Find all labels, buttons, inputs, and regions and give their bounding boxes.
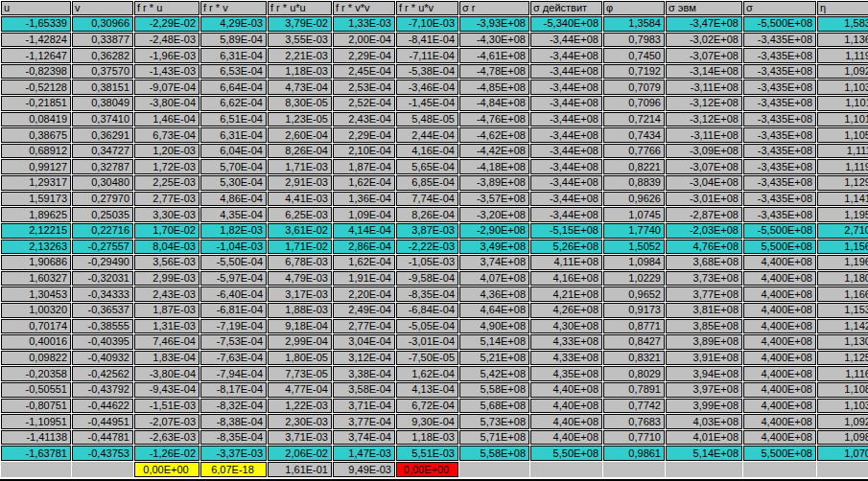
cell[interactable]: 7,73E-05 [268,366,332,381]
cell[interactable]: 3,38E-04 [333,366,395,381]
cell[interactable]: -9,07E-04 [134,80,199,95]
cell[interactable]: -0,80751 [1,399,71,414]
cell[interactable]: -4,84E+08 [459,96,529,111]
cell[interactable]: 2,91E-03 [268,175,332,191]
cell[interactable]: 5,70E-04 [200,159,267,174]
cell[interactable]: 2,60E-04 [268,127,332,143]
cell[interactable]: 0,7983 [603,33,665,48]
highlighted-cell[interactable]: 1,47E-03 [333,446,395,461]
cell[interactable]: 1,1539 [817,303,868,318]
highlighted-cell[interactable]: 0,9861 [603,446,665,461]
cell[interactable]: 4,73E-04 [268,80,332,95]
cell[interactable]: 5,71E+08 [459,430,529,446]
cell[interactable]: 0,70174 [1,319,71,334]
cell[interactable]: 4,13E-04 [396,382,458,398]
cell[interactable]: -0,21851 [1,96,71,111]
cell[interactable]: -3,02E+08 [666,33,742,48]
cell[interactable]: -4,42E+08 [459,144,529,159]
cell[interactable]: 2,10E-04 [333,144,395,159]
cell[interactable]: 1,00320 [1,303,71,318]
column-header[interactable]: f r * u*v [396,1,458,15]
cell[interactable]: -3,435E+08 [743,207,816,222]
cell[interactable]: -3,44E+08 [530,112,602,127]
highlighted-cell[interactable]: 1,71E-02 [268,240,332,255]
highlighted-cell[interactable]: 1,5052 [603,240,665,255]
cell[interactable]: -1,10951 [1,414,71,429]
cell[interactable]: 4,400E+08 [743,303,816,318]
summary-cell-plain[interactable] [817,462,868,477]
highlighted-cell[interactable]: 4,76E+08 [666,240,742,255]
cell[interactable]: 4,64E+08 [459,303,529,318]
cell[interactable]: -1,45E-04 [396,96,458,111]
cell[interactable]: -0,38555 [72,319,133,334]
cell[interactable]: -3,20E+08 [459,207,529,222]
cell[interactable]: -3,435E+08 [743,80,816,95]
cell[interactable]: 4,03E+08 [666,414,742,429]
cell[interactable]: -3,80E-04 [134,96,199,111]
highlighted-cell[interactable]: -3,93E+08 [459,16,529,32]
cell[interactable]: 0,8221 [603,159,665,174]
cell[interactable]: 0,9626 [603,192,665,207]
cell[interactable]: 7,74E-04 [396,192,458,207]
cell[interactable]: 3,04E-04 [333,334,395,350]
cell[interactable]: 0,7192 [603,64,665,80]
column-header[interactable]: σ r [459,1,529,15]
cell[interactable]: 4,77E-04 [268,382,332,398]
highlighted-cell[interactable]: 1,7740 [603,223,665,239]
cell[interactable]: 1,88E-03 [268,303,332,318]
cell[interactable]: 1,1420 [817,319,868,334]
cell[interactable]: -0,32031 [72,271,133,286]
cell[interactable]: 4,400E+08 [743,430,816,446]
cell[interactable]: 1,87E-04 [333,159,395,174]
cell[interactable]: -3,44E+08 [530,144,602,159]
cell[interactable]: 1,0981 [817,430,868,446]
cell[interactable]: 5,21E+08 [459,351,529,366]
cell[interactable]: 5,58E+08 [459,382,529,398]
summary-cell-bordered[interactable]: 9,49E-03 [333,462,395,477]
cell[interactable]: 1,89625 [1,207,71,222]
column-header[interactable]: f r * v*v [333,1,395,15]
cell[interactable]: -1,05E-03 [396,255,458,270]
cell[interactable]: -0,82398 [1,64,71,80]
cell[interactable]: -3,14E+08 [666,64,742,80]
cell[interactable]: 6,64E-04 [200,80,267,95]
cell[interactable]: 1,1089 [817,382,868,398]
cell[interactable]: 6,53E-04 [200,64,267,80]
cell[interactable]: -3,44E+08 [530,175,602,191]
cell[interactable]: -0,40932 [72,351,133,366]
cell[interactable]: 1,46E-04 [134,112,199,127]
cell[interactable]: -8,38E-04 [200,414,267,429]
cell[interactable]: 6,51E-04 [200,112,267,127]
cell[interactable]: 2,99E-03 [134,271,199,286]
summary-cell-plain[interactable] [666,462,742,477]
cell[interactable]: 9,30E-04 [396,414,458,429]
cell[interactable]: 3,12E-04 [333,351,395,366]
cell[interactable]: 1,1165 [817,366,868,381]
cell[interactable]: -0,42562 [72,366,133,381]
highlighted-cell[interactable]: 4,29E-03 [200,16,267,32]
highlighted-cell[interactable]: 2,13263 [1,240,71,255]
cell[interactable]: 1,71E-03 [268,159,332,174]
cell[interactable]: -3,11E+08 [666,127,742,143]
cell[interactable]: 1,1194 [817,48,868,63]
cell[interactable]: 0,36282 [72,48,133,63]
cell[interactable]: -3,57E+08 [459,192,529,207]
highlighted-cell[interactable]: 5,51E-03 [396,446,458,461]
cell[interactable]: 3,85E+08 [666,319,742,334]
highlighted-cell[interactable]: 1,3584 [603,16,665,32]
cell[interactable]: 1,22E-03 [268,399,332,414]
cell[interactable]: -1,41138 [1,430,71,446]
cell[interactable]: 4,40E+08 [530,414,602,429]
highlighted-cell[interactable]: -3,37E-03 [200,446,267,461]
cell[interactable]: 1,1413 [817,192,868,207]
cell[interactable]: 5,48E-05 [396,112,458,127]
cell[interactable]: 2,53E-04 [333,80,395,95]
cell[interactable]: 4,40E+08 [530,399,602,414]
cell[interactable]: 4,400E+08 [743,255,816,270]
cell[interactable]: 0,38675 [1,127,71,143]
cell[interactable]: 0,40016 [1,334,71,350]
cell[interactable]: -7,53E-04 [200,334,267,350]
cell[interactable]: 1,1111 [817,144,868,159]
cell[interactable]: 5,65E-04 [396,159,458,174]
cell[interactable]: -3,435E+08 [743,33,816,48]
